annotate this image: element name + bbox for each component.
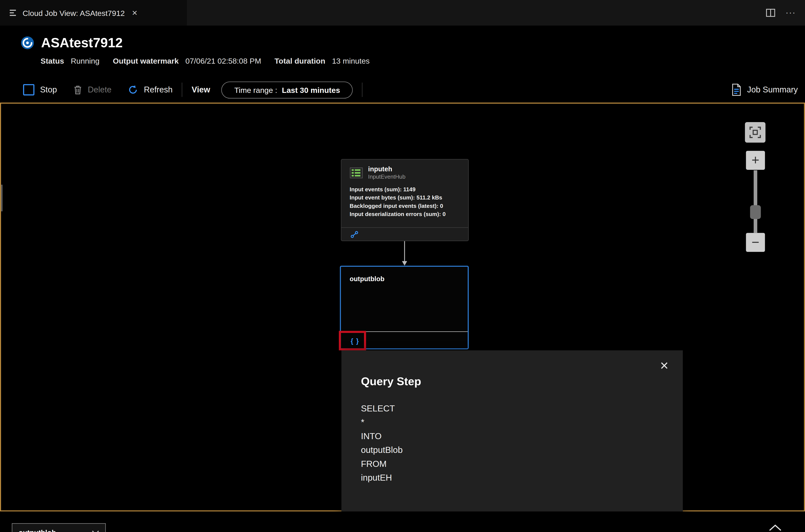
zoom-slider-handle[interactable] xyxy=(750,205,761,219)
input-node-title: inputeh xyxy=(368,166,405,173)
popup-title: Query Step xyxy=(361,375,421,388)
job-meta-row: Status Running Output watermark 07/06/21… xyxy=(41,57,370,65)
zoom-slider-track[interactable] xyxy=(754,170,757,233)
popup-close-icon[interactable]: × xyxy=(660,359,669,373)
view-label: View xyxy=(192,85,210,94)
job-diagram-canvas[interactable]: inputeh InputEventHub Input events (sum)… xyxy=(0,102,805,511)
view-menu[interactable]: View xyxy=(192,85,210,94)
duration-label: Total duration xyxy=(274,57,325,65)
job-summary-button[interactable]: Job Summary xyxy=(731,83,798,96)
job-toolbar: Stop Delete Refresh View Time range : La… xyxy=(0,77,805,102)
output-node-title: outputblob xyxy=(350,275,384,283)
job-summary-label: Job Summary xyxy=(747,85,798,94)
query-line: FROM xyxy=(361,457,403,471)
metric-line: Input event bytes (sum): 511.2 kBs xyxy=(350,193,468,202)
time-range-label: Time range : xyxy=(234,86,277,94)
input-node-footer xyxy=(342,227,468,241)
job-view-tab-icon xyxy=(9,9,17,16)
stop-button[interactable]: Stop xyxy=(23,84,57,95)
stop-label: Stop xyxy=(40,85,57,94)
query-line: inputEH xyxy=(361,471,403,485)
toolbar-separator-2 xyxy=(362,82,363,97)
page-title: ASAtest7912 xyxy=(41,35,123,51)
stream-analytics-logo-icon xyxy=(20,36,34,50)
chevron-down-icon xyxy=(92,530,99,532)
split-editor-icon[interactable] xyxy=(766,9,775,17)
status-value: Running xyxy=(71,57,99,65)
query-line: INTO xyxy=(361,430,403,443)
metric-line: Input deserialization errors (sum): 0 xyxy=(350,210,468,218)
job-summary-icon xyxy=(731,83,742,96)
status-label: Status xyxy=(41,57,64,65)
time-range-button[interactable]: Time range : Last 30 minutes xyxy=(221,81,353,98)
query-line: * xyxy=(361,416,403,429)
input-node-subtitle: InputEventHub xyxy=(368,173,405,180)
plus-icon: + xyxy=(752,152,760,168)
job-header: ASAtest7912 Status Running Output waterm… xyxy=(0,25,805,77)
zoom-fit-button[interactable] xyxy=(745,122,765,142)
duration-value: 13 minutes xyxy=(332,57,370,65)
expand-panel-chevron-up-icon[interactable] xyxy=(769,524,782,531)
selector-label: outputblob xyxy=(18,528,56,532)
highlight-red-box xyxy=(339,331,366,350)
diagram-node-inputeh[interactable]: inputeh InputEventHub Input events (sum)… xyxy=(341,159,469,241)
watermark-value: 07/06/21 02:58:08 PM xyxy=(185,57,261,65)
refresh-label: Refresh xyxy=(144,85,173,94)
stop-icon xyxy=(23,84,34,95)
edge-inputeh-to-outputblob xyxy=(400,241,408,266)
output-node-selector[interactable]: outputblob xyxy=(12,523,106,532)
zoom-out-button[interactable]: − xyxy=(746,233,765,252)
bottom-panel: outputblob xyxy=(0,511,805,532)
tab-title: Cloud Job View: ASAtest7912 xyxy=(23,8,125,17)
trash-icon xyxy=(73,85,82,95)
tab-cloud-job-view[interactable]: Cloud Job View: ASAtest7912 × xyxy=(0,0,187,25)
toolbar-separator xyxy=(182,82,182,97)
editor-actions: ··· xyxy=(766,0,805,25)
diagnostics-link-icon[interactable] xyxy=(351,231,359,238)
time-range-value: Last 30 minutes xyxy=(282,86,340,94)
tab-close-icon[interactable]: × xyxy=(130,7,140,18)
query-step-popup: × Query Step SELECT * INTO outputBlob FR… xyxy=(342,350,683,511)
query-line: SELECT xyxy=(361,402,403,416)
cloud-job-view-window: Cloud Job View: ASAtest7912 × ··· ASAtes… xyxy=(0,0,805,532)
event-hub-icon xyxy=(350,167,363,178)
query-text: SELECT * INTO outputBlob FROM inputEH xyxy=(361,402,403,485)
refresh-icon xyxy=(128,85,138,95)
editor-tab-bar: Cloud Job View: ASAtest7912 × ··· xyxy=(0,0,805,25)
more-actions-icon[interactable]: ··· xyxy=(785,8,796,18)
zoom-in-button[interactable]: + xyxy=(746,151,765,170)
delete-button[interactable]: Delete xyxy=(73,85,111,95)
vertical-scrollbar[interactable] xyxy=(1,185,3,211)
metric-line: Backlogged input events (latest): 0 xyxy=(350,202,468,210)
watermark-label: Output watermark xyxy=(113,57,179,65)
query-line: outputBlob xyxy=(361,443,403,457)
minus-icon: − xyxy=(752,234,760,250)
metric-line: Input events (sum): 1149 xyxy=(350,185,468,193)
refresh-button[interactable]: Refresh xyxy=(128,85,173,95)
fit-to-screen-icon xyxy=(749,126,761,138)
delete-label: Delete xyxy=(88,85,111,94)
input-node-metrics: Input events (sum): 1149 Input event byt… xyxy=(342,180,468,218)
